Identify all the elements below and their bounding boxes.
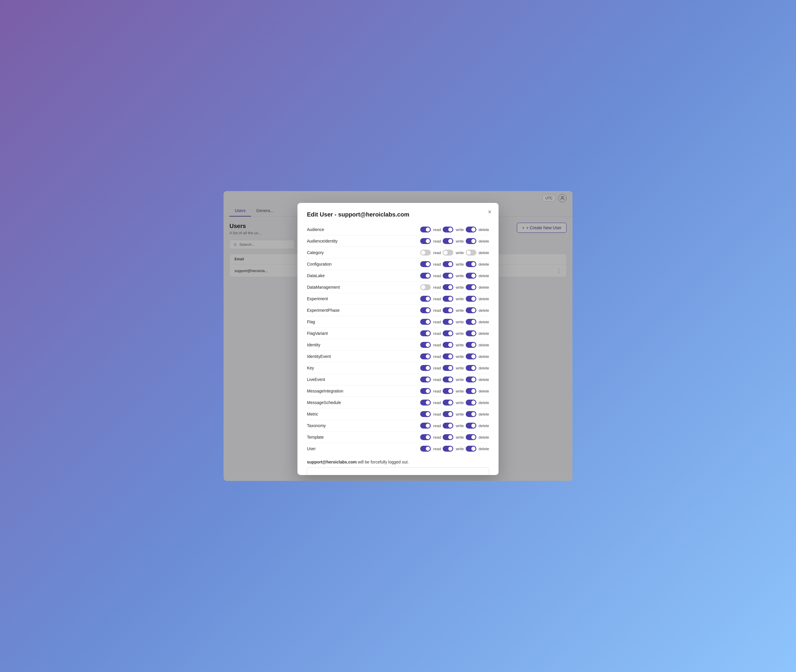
write-label: write bbox=[456, 412, 464, 416]
write-label: write bbox=[456, 320, 464, 324]
write-toggle[interactable] bbox=[443, 319, 453, 325]
write-toggle[interactable] bbox=[443, 411, 453, 417]
read-toggle[interactable] bbox=[420, 273, 431, 278]
permission-name: FlagVariant bbox=[307, 331, 420, 336]
delete-label: delete bbox=[479, 320, 489, 324]
read-toggle[interactable] bbox=[420, 330, 431, 336]
write-toggle[interactable] bbox=[443, 376, 453, 382]
confirm-message: support@heroiclabs.com will be forcefull… bbox=[307, 460, 489, 464]
confirm-input[interactable] bbox=[307, 467, 489, 475]
delete-toggle[interactable] bbox=[466, 422, 476, 429]
permission-name: AudienceIdentity bbox=[307, 239, 420, 243]
toggles-group: readwritedelete bbox=[420, 227, 489, 232]
read-label: read bbox=[433, 274, 441, 278]
permission-row: IdentityEventreadwritedelete bbox=[307, 351, 489, 362]
delete-toggle[interactable] bbox=[466, 342, 476, 348]
delete-toggle[interactable] bbox=[466, 273, 476, 278]
delete-toggle[interactable] bbox=[466, 227, 476, 232]
read-toggle[interactable] bbox=[420, 307, 431, 313]
write-toggle[interactable] bbox=[443, 261, 453, 267]
permission-name: DataManagement bbox=[307, 285, 420, 290]
write-toggle[interactable] bbox=[443, 446, 453, 452]
read-toggle[interactable] bbox=[420, 422, 431, 429]
write-label: write bbox=[456, 274, 464, 278]
delete-toggle[interactable] bbox=[466, 284, 476, 290]
toggles-group: readwritedelete bbox=[420, 250, 489, 256]
read-toggle[interactable] bbox=[420, 250, 431, 256]
write-toggle[interactable] bbox=[443, 284, 453, 290]
write-toggle[interactable] bbox=[443, 273, 453, 278]
write-toggle[interactable] bbox=[443, 227, 453, 232]
write-toggle[interactable] bbox=[443, 250, 453, 256]
delete-label: delete bbox=[479, 412, 489, 416]
delete-toggle[interactable] bbox=[466, 250, 476, 256]
write-label: write bbox=[456, 262, 464, 267]
confirm-section: support@heroiclabs.com will be forcefull… bbox=[307, 460, 489, 475]
read-toggle[interactable] bbox=[420, 354, 431, 359]
read-toggle[interactable] bbox=[420, 376, 431, 382]
write-toggle[interactable] bbox=[443, 365, 453, 371]
read-toggle[interactable] bbox=[420, 296, 431, 302]
delete-toggle[interactable] bbox=[466, 411, 476, 417]
delete-label: delete bbox=[479, 227, 489, 232]
write-label: write bbox=[456, 435, 464, 440]
read-label: read bbox=[433, 251, 441, 255]
read-toggle[interactable] bbox=[420, 319, 431, 325]
write-toggle[interactable] bbox=[443, 330, 453, 336]
delete-toggle[interactable] bbox=[466, 434, 476, 440]
permission-row: Userreadwritedelete bbox=[307, 443, 489, 454]
delete-toggle[interactable] bbox=[466, 365, 476, 371]
delete-toggle[interactable] bbox=[466, 296, 476, 302]
delete-toggle[interactable] bbox=[466, 354, 476, 359]
read-label: read bbox=[433, 262, 441, 267]
modal-close-button[interactable]: × bbox=[488, 209, 491, 215]
permission-row: FlagVariantreadwritedelete bbox=[307, 328, 489, 339]
delete-toggle[interactable] bbox=[466, 446, 476, 452]
write-label: write bbox=[456, 378, 464, 382]
write-toggle[interactable] bbox=[443, 388, 453, 394]
permission-row: Experimentreadwritedelete bbox=[307, 293, 489, 305]
write-toggle[interactable] bbox=[443, 434, 453, 440]
write-label: write bbox=[456, 400, 464, 405]
delete-toggle[interactable] bbox=[466, 307, 476, 313]
delete-toggle[interactable] bbox=[466, 330, 476, 336]
delete-toggle[interactable] bbox=[466, 376, 476, 382]
write-toggle[interactable] bbox=[443, 342, 453, 348]
read-toggle[interactable] bbox=[420, 400, 431, 405]
permission-row: MessageIntegrationreadwritedelete bbox=[307, 386, 489, 397]
read-toggle[interactable] bbox=[420, 411, 431, 417]
delete-label: delete bbox=[479, 378, 489, 382]
read-toggle[interactable] bbox=[420, 446, 431, 452]
delete-toggle[interactable] bbox=[466, 388, 476, 394]
delete-label: delete bbox=[479, 274, 489, 278]
read-toggle[interactable] bbox=[420, 365, 431, 371]
write-toggle[interactable] bbox=[443, 354, 453, 359]
read-label: read bbox=[433, 435, 441, 440]
toggles-group: readwritedelete bbox=[420, 411, 489, 417]
write-toggle[interactable] bbox=[443, 422, 453, 429]
permission-name: Experiment bbox=[307, 296, 420, 301]
delete-toggle[interactable] bbox=[466, 400, 476, 405]
write-toggle[interactable] bbox=[443, 400, 453, 405]
delete-label: delete bbox=[479, 446, 489, 451]
delete-label: delete bbox=[479, 424, 489, 428]
permission-row: Configurationreadwritedelete bbox=[307, 259, 489, 270]
read-toggle[interactable] bbox=[420, 342, 431, 348]
write-toggle[interactable] bbox=[443, 296, 453, 302]
read-toggle[interactable] bbox=[420, 284, 431, 290]
read-toggle[interactable] bbox=[420, 227, 431, 232]
delete-toggle[interactable] bbox=[466, 319, 476, 325]
delete-toggle[interactable] bbox=[466, 238, 476, 244]
read-toggle[interactable] bbox=[420, 261, 431, 267]
read-toggle[interactable] bbox=[420, 434, 431, 440]
write-toggle[interactable] bbox=[443, 238, 453, 244]
toggles-group: readwritedelete bbox=[420, 307, 489, 313]
write-toggle[interactable] bbox=[443, 307, 453, 313]
permission-row: Taxonomyreadwritedelete bbox=[307, 420, 489, 432]
read-toggle[interactable] bbox=[420, 238, 431, 244]
read-toggle[interactable] bbox=[420, 388, 431, 394]
read-label: read bbox=[433, 400, 441, 405]
delete-toggle[interactable] bbox=[466, 261, 476, 267]
permission-row: Keyreadwritedelete bbox=[307, 362, 489, 374]
permission-name: Taxonomy bbox=[307, 423, 420, 428]
